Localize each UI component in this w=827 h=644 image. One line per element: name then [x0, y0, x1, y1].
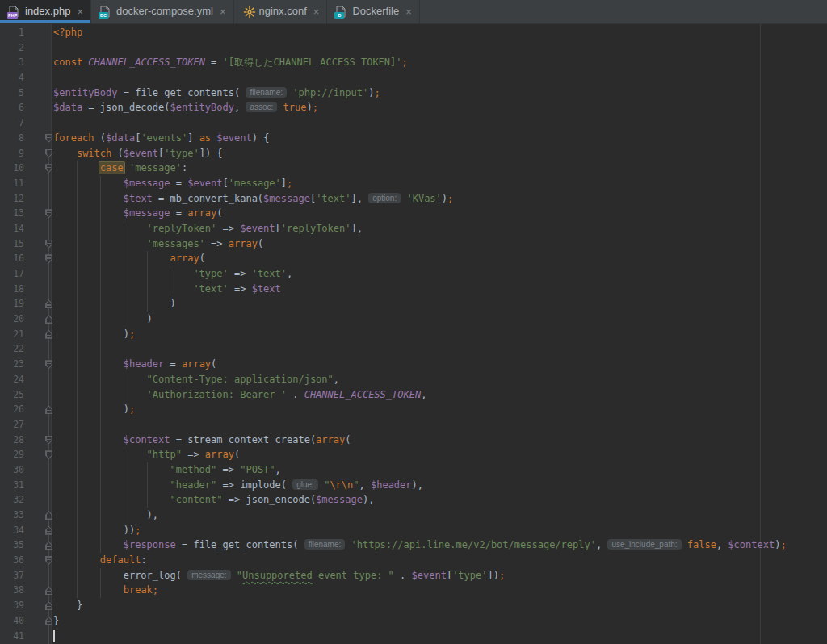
code-line[interactable]: 19 ) — [0, 296, 827, 312]
code-line[interactable]: 33 ), — [0, 508, 827, 523]
code-line[interactable]: 12 $text = mb_convert_kana($message['tex… — [0, 191, 827, 207]
code-line[interactable]: 38 break; — [0, 583, 827, 598]
code-line[interactable]: 39 } — [0, 598, 827, 613]
code-text: ) — [52, 312, 153, 327]
token: = — [170, 178, 188, 189]
token: ( — [345, 434, 351, 445]
code-text: ); — [52, 402, 135, 417]
token: ; — [287, 178, 292, 189]
code-line[interactable]: 29 "http" => array( — [0, 447, 827, 462]
code-text — [52, 417, 53, 433]
fold-column — [32, 402, 52, 417]
token: $event — [124, 148, 158, 159]
code-line[interactable]: 31 "header" => implode( glue: "\r\n", $h… — [0, 478, 827, 493]
code-line[interactable]: 22 — [0, 341, 827, 357]
code-line[interactable]: 8foreach ($data['events'] as $event) { — [0, 131, 827, 146]
code-line[interactable]: 5$entityBody = file_get_contents( filena… — [0, 86, 827, 101]
code-line[interactable]: 25 'Authorization: Bearer ' . CHANNEL_AC… — [0, 387, 827, 403]
code-line[interactable]: 1<?php — [0, 25, 827, 40]
token: foreach — [53, 132, 94, 144]
token: } — [53, 600, 82, 611]
token: . — [287, 389, 304, 400]
token: ( — [94, 132, 106, 144]
tab-index-php[interactable]: PHP index.php × — [0, 0, 91, 23]
code-line[interactable]: 21 ); — [0, 327, 827, 342]
line-number: 34 — [0, 523, 32, 538]
code-line[interactable]: 34 )); — [0, 523, 827, 538]
code-line[interactable]: 15 'messages' => array( — [0, 236, 827, 252]
line-number: 4 — [0, 70, 32, 86]
code-text: "http" => array( — [52, 447, 240, 462]
code-line[interactable]: 24 "Content-Type: application/json", — [0, 372, 827, 387]
code-line[interactable]: 17 'type' => 'text', — [0, 266, 827, 282]
code-line[interactable]: 2 — [0, 40, 827, 56]
code-line[interactable]: 13 $message = array( — [0, 206, 827, 221]
code-line[interactable]: 37 error_log( message: "Unsupporeted eve… — [0, 568, 827, 583]
code-line[interactable]: 20 ) — [0, 312, 827, 327]
indent-guide — [100, 341, 101, 357]
tab-docker-compose-yml[interactable]: DC docker-compose.yml × — [91, 0, 234, 23]
token: CHANNEL_ACCESS_TOKEN — [304, 389, 422, 400]
close-icon[interactable]: × — [405, 6, 412, 17]
code-text: 'messages' => array( — [52, 236, 263, 252]
fold-column — [32, 236, 52, 252]
tab-dockerfile[interactable]: D Dockerfile × — [327, 0, 419, 23]
code-line[interactable]: 41 — [0, 629, 827, 644]
token — [53, 193, 124, 204]
close-icon[interactable]: × — [77, 6, 83, 17]
code-line[interactable]: 10 case 'message': — [0, 161, 827, 176]
code-line[interactable]: 9 switch ($event['type']) { — [0, 146, 827, 161]
code-line[interactable]: 16 array( — [0, 251, 827, 266]
code-line[interactable]: 3const CHANNEL_ACCESS_TOKEN = '[取得したCHAN… — [0, 55, 827, 70]
tab-nginx-conf[interactable]: nginx.conf × — [234, 0, 328, 23]
code-line[interactable]: 28 $context = stream_context_create(arra… — [0, 433, 827, 448]
token: ) — [442, 193, 447, 204]
code-line[interactable]: 14 'replyToken' => $event['replyToken'], — [0, 221, 827, 236]
dockerfile-badge: D — [334, 12, 344, 19]
line-number: 8 — [0, 131, 32, 146]
code-text — [52, 40, 53, 56]
php-file-icon: PHP — [7, 6, 20, 19]
parameter-hint: option: — [368, 193, 401, 203]
token: $entityBody — [53, 87, 117, 98]
code-text: 'text' => $text — [52, 282, 281, 297]
token: 'replyToken' — [147, 223, 217, 234]
line-number: 20 — [0, 312, 32, 327]
code-line[interactable]: 6$data = json_decode($entityBody, assoc:… — [0, 100, 827, 115]
code-line[interactable]: 27 — [0, 417, 827, 433]
token: ; — [402, 56, 408, 68]
code-line[interactable]: 26 ); — [0, 402, 827, 417]
token: ), — [53, 509, 158, 521]
fold-column — [32, 417, 52, 433]
token: 'php://input' — [292, 87, 368, 98]
close-icon[interactable]: × — [220, 6, 226, 17]
code-line[interactable]: 11 $message = $event['message']; — [0, 176, 827, 191]
fold-column — [32, 131, 52, 146]
close-icon[interactable]: × — [313, 6, 320, 17]
code-text: $data = json_decode($entityBody, assoc: … — [52, 100, 318, 115]
token: event type: " — [313, 570, 394, 581]
code-editor[interactable]: 1<?php23const CHANNEL_ACCESS_TOKEN = '[取… — [0, 24, 827, 644]
code-text: $message = array( — [52, 206, 223, 221]
line-number: 28 — [0, 433, 32, 448]
code-line[interactable]: 40} — [0, 613, 827, 629]
token: ; — [129, 328, 135, 340]
code-line[interactable]: 7 — [0, 115, 827, 131]
token: "http" — [147, 449, 182, 460]
fold-column — [32, 206, 52, 221]
code-line[interactable]: 23 $header = array( — [0, 357, 827, 372]
code-line[interactable]: 4 — [0, 70, 827, 86]
code-line[interactable]: 35 $response = file_get_contents( filena… — [0, 537, 827, 553]
code-line[interactable]: 30 "method" => "POST", — [0, 462, 827, 478]
code-line[interactable]: 32 "content" => json_encode($message), — [0, 492, 827, 508]
token: as — [199, 132, 211, 144]
code-line[interactable]: 36 default: — [0, 553, 827, 568]
token: array — [205, 449, 234, 460]
code-line[interactable]: 18 'text' => $text — [0, 282, 827, 297]
code-text: ); — [52, 327, 135, 342]
fold-column — [32, 251, 52, 266]
token: ; — [374, 87, 380, 98]
line-number: 10 — [0, 161, 32, 176]
token: break — [124, 584, 153, 596]
fold-column — [32, 568, 52, 583]
